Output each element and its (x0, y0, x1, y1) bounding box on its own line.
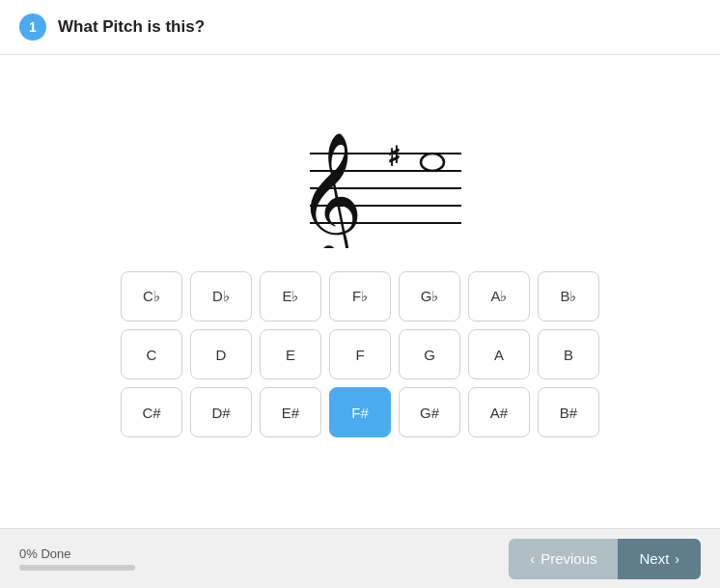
sharp-symbol: ♯ (387, 142, 401, 172)
answer-row-1: CDEFGAB (121, 329, 599, 379)
whole-note (421, 154, 444, 171)
answer-btn-eb[interactable]: E♭ (260, 271, 321, 322)
next-chevron-icon: › (675, 551, 679, 567)
answer-btn-bs[interactable]: B# (538, 387, 599, 437)
answer-btn-es[interactable]: E# (260, 387, 321, 437)
answer-btn-as[interactable]: A# (468, 387, 530, 437)
progress-bar-background (19, 565, 135, 571)
answer-btn-db[interactable]: D♭ (190, 271, 252, 322)
answer-btn-fs[interactable]: F# (329, 387, 391, 437)
answer-btn-fb[interactable]: F♭ (329, 271, 391, 322)
answer-btn-cb[interactable]: C♭ (121, 271, 182, 322)
answer-row-2: C#D#E#F#G#A#B# (121, 387, 599, 437)
progress-label: 0% Done (19, 546, 509, 561)
answer-btn-bb[interactable]: B♭ (538, 271, 599, 322)
nav-buttons: ‹ Previous Next › (509, 539, 701, 579)
footer: 0% Done ‹ Previous Next › (0, 528, 720, 588)
answer-btn-g[interactable]: G (399, 329, 460, 379)
question-header: 1 What Pitch is this? (0, 0, 720, 55)
answer-btn-c[interactable]: C (121, 329, 182, 379)
previous-label: Previous (540, 550, 596, 567)
answer-btn-f[interactable]: F (329, 329, 391, 379)
next-button[interactable]: Next › (618, 539, 701, 579)
answer-btn-cs[interactable]: C# (121, 387, 182, 437)
music-staff: 𝄞 ♯ (244, 84, 476, 248)
next-label: Next (639, 550, 669, 567)
answer-btn-a[interactable]: A (468, 329, 530, 379)
answer-btn-b[interactable]: B (538, 329, 599, 379)
prev-chevron-icon: ‹ (530, 551, 535, 567)
treble-clef-symbol: 𝄞 (297, 133, 363, 248)
answer-row-0: C♭D♭E♭F♭G♭A♭B♭ (121, 271, 599, 322)
staff-svg: 𝄞 ♯ (244, 84, 476, 248)
question-title: What Pitch is this? (58, 17, 205, 37)
previous-button[interactable]: ‹ Previous (509, 539, 618, 579)
answer-btn-e[interactable]: E (260, 329, 321, 379)
main-content: 𝄞 ♯ C♭D♭E♭F♭G♭A♭B♭CDEFGABC#D#E#F#G#A#B# (0, 55, 720, 528)
question-number: 1 (19, 14, 46, 41)
answer-btn-ab[interactable]: A♭ (468, 271, 530, 322)
answer-btn-gb[interactable]: G♭ (399, 271, 460, 322)
progress-section: 0% Done (19, 546, 509, 571)
answer-btn-ds[interactable]: D# (190, 387, 252, 437)
answer-btn-gs[interactable]: G# (399, 387, 460, 437)
answer-grid: C♭D♭E♭F♭G♭A♭B♭CDEFGABC#D#E#F#G#A#B# (121, 271, 599, 437)
answer-btn-d[interactable]: D (190, 329, 252, 379)
